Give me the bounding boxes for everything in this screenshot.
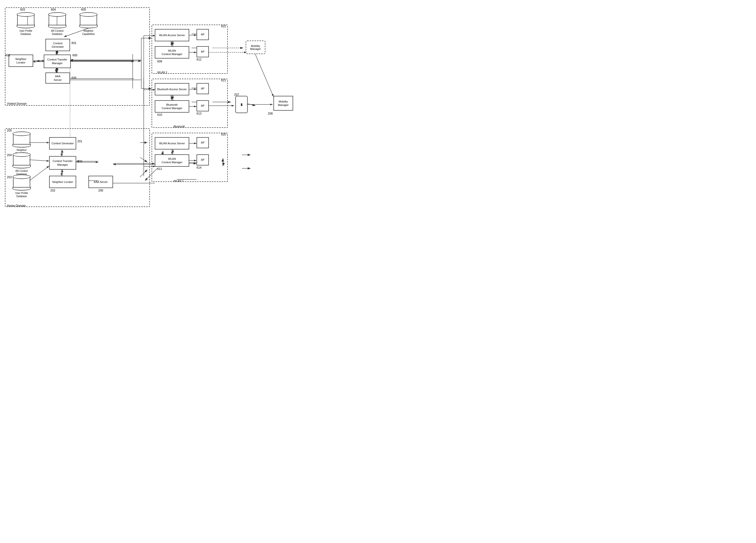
- ref-204: 204: [7, 153, 12, 157]
- wlan1-bottom-label: WLAN 1: [173, 179, 184, 182]
- home-neighbor-locator: Neighbor Locator: [49, 176, 76, 188]
- ref-206: 206: [98, 189, 103, 192]
- wlan1-bottom-access-server: WLAN Access Server: [155, 137, 189, 149]
- wlan1-top-context-mgr: WLANContext Manager: [155, 46, 189, 58]
- home-neighbor-cap: Neighbor Capabilities: [12, 131, 31, 155]
- visited-user-profile-db: User Profile Database: [16, 12, 36, 36]
- visited-neighbor-locator: NeighborLocator: [9, 55, 33, 67]
- ref-205: 205: [7, 129, 12, 132]
- ref-200: 200: [77, 160, 82, 163]
- ref-605: 605: [81, 8, 86, 11]
- ref-612: 612: [197, 58, 201, 61]
- ref-620: 620: [221, 133, 226, 136]
- visited-context-generator: Context Generator: [45, 39, 70, 51]
- bluetooth-label: Bluetooth: [173, 125, 185, 128]
- ref-602: 602: [5, 54, 10, 57]
- visited-domain-label: Visited Domain: [7, 102, 27, 105]
- home-context-transfer-mgr: Context TransferManager: [49, 156, 76, 170]
- ref-610: 610: [157, 113, 162, 116]
- diagram-container: Visited Domain 603 604 605 User Profile …: [0, 0, 295, 211]
- wlan1-bottom-context-mgr: WLANContext Manager: [155, 154, 189, 167]
- ref-611: 611: [157, 167, 162, 170]
- home-an-context-db: AN Context Database: [12, 152, 31, 176]
- ref-622: 622: [221, 25, 226, 28]
- mobility-manager-top: Mobility Manager: [246, 41, 265, 54]
- visited-aaa-server: AAAServer: [45, 72, 70, 84]
- ref-201: 201: [77, 140, 82, 143]
- home-user-profile-db: User Profile Database: [12, 174, 31, 198]
- svg-line-80: [255, 54, 273, 97]
- home-domain-label: Home Domain: [7, 204, 26, 207]
- wlan1-top-access-server: WLAN Access Server: [155, 29, 189, 41]
- ref-606: 606: [71, 76, 76, 80]
- wlan1-top-ap1: AP: [197, 29, 209, 40]
- ref-621: 621: [221, 79, 226, 82]
- ref-603: 603: [20, 8, 25, 11]
- ref-208: 208: [268, 112, 273, 115]
- visited-neighbor-cap: Neighbor Capabilities: [79, 12, 98, 36]
- mobile-device-207: 📱: [235, 96, 248, 113]
- ref-202: 202: [50, 189, 55, 192]
- ref-600: 600: [72, 54, 77, 57]
- home-aaa-server: AAA Server: [88, 176, 113, 188]
- wlan1-bottom-ap1: AP: [197, 137, 209, 148]
- ref-614: 614: [197, 166, 201, 169]
- ref-207: 207: [234, 93, 239, 96]
- ref-613: 613: [197, 112, 201, 115]
- ref-609: 609: [157, 60, 162, 63]
- ref-604: 604: [51, 8, 56, 11]
- bt-context-mgr: BluetoothContext Manager: [155, 100, 189, 113]
- wlan1-top-ap2: AP: [197, 46, 209, 57]
- bt-ap2: AP: [197, 100, 209, 111]
- mobility-manager-bottom: Mobility Manager: [273, 96, 293, 111]
- bt-access-server: Bluetooth Access Server: [155, 83, 189, 95]
- bt-ap1: AP: [197, 83, 209, 94]
- ref-203: 203: [7, 175, 12, 179]
- visited-context-transfer-mgr: Context TransferManager: [44, 55, 71, 68]
- ref-601: 601: [71, 41, 76, 45]
- visited-an-context-db: AN Context Database: [47, 12, 67, 36]
- home-context-generator: Context Generator: [49, 137, 76, 149]
- wlan1-bottom-ap2: AP: [197, 154, 209, 165]
- wlan1-top-label: WLAN 1: [157, 71, 167, 74]
